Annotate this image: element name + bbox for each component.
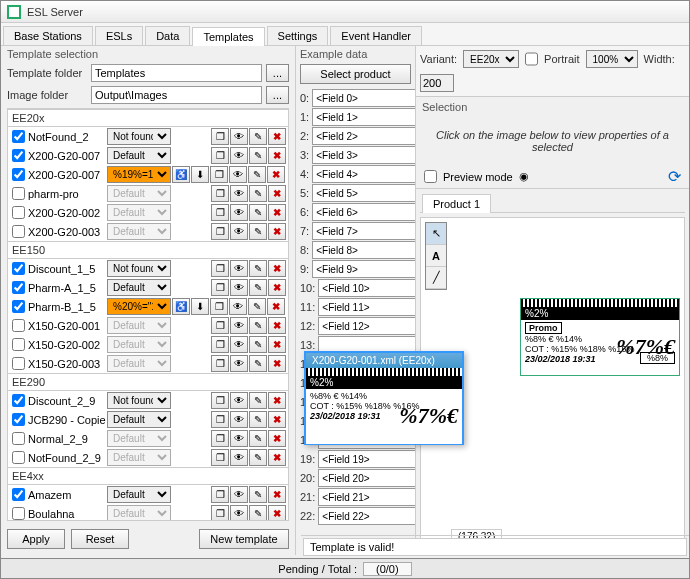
copy-icon[interactable]: ❐ [211, 505, 229, 521]
template-checkbox[interactable] [12, 168, 25, 181]
template-checkbox[interactable] [12, 338, 25, 351]
delete-icon[interactable]: ✖ [267, 298, 285, 315]
field-input[interactable] [312, 165, 415, 183]
move-down-icon[interactable]: ⬇ [191, 166, 209, 183]
eye-icon[interactable]: 👁 [230, 204, 248, 221]
image-folder-input[interactable] [91, 86, 262, 104]
edit-icon[interactable]: ✎ [249, 505, 267, 521]
eye-icon[interactable]: 👁 [230, 411, 248, 428]
delete-icon[interactable]: ✖ [268, 185, 286, 202]
apply-button[interactable]: Apply [7, 529, 65, 549]
copy-icon[interactable]: ❐ [210, 298, 228, 315]
template-checkbox[interactable] [12, 281, 25, 294]
delete-icon[interactable]: ✖ [268, 486, 286, 503]
tool-text-icon[interactable]: A [426, 245, 446, 267]
delete-icon[interactable]: ✖ [268, 128, 286, 145]
edit-icon[interactable]: ✎ [249, 279, 267, 296]
image-folder-browse-button[interactable]: ... [266, 86, 289, 104]
tab-base-stations[interactable]: Base Stations [3, 26, 93, 45]
delete-icon[interactable]: ✖ [268, 430, 286, 447]
edit-icon[interactable]: ✎ [249, 411, 267, 428]
zoom-select[interactable]: 100% [586, 50, 638, 68]
tab-event-handler[interactable]: Event Handler [330, 26, 422, 45]
delete-icon[interactable]: ✖ [268, 223, 286, 240]
delete-icon[interactable]: ✖ [268, 411, 286, 428]
edit-icon[interactable]: ✎ [249, 449, 267, 466]
edit-icon[interactable]: ✎ [248, 166, 266, 183]
copy-icon[interactable]: ❐ [211, 204, 229, 221]
field-input[interactable] [312, 184, 415, 202]
copy-icon[interactable]: ❐ [211, 392, 229, 409]
eye-icon[interactable]: 👁 [230, 223, 248, 240]
field-input[interactable] [318, 317, 415, 335]
template-condition-select[interactable]: Default [107, 147, 171, 164]
template-checkbox[interactable] [12, 451, 25, 464]
field-input[interactable] [312, 146, 415, 164]
field-input[interactable] [318, 507, 415, 525]
delete-icon[interactable]: ✖ [268, 260, 286, 277]
tab-data[interactable]: Data [145, 26, 190, 45]
field-input[interactable] [318, 469, 415, 487]
copy-icon[interactable]: ❐ [211, 223, 229, 240]
delete-icon[interactable]: ✖ [268, 147, 286, 164]
template-checkbox[interactable] [12, 319, 25, 332]
template-checkbox[interactable] [12, 187, 25, 200]
field-input[interactable] [312, 127, 415, 145]
delete-icon[interactable]: ✖ [268, 317, 286, 334]
delete-icon[interactable]: ✖ [268, 204, 286, 221]
copy-icon[interactable]: ❐ [211, 355, 229, 372]
edit-icon[interactable]: ✎ [249, 355, 267, 372]
delete-icon[interactable]: ✖ [267, 166, 285, 183]
template-condition-select[interactable]: Default [107, 411, 171, 428]
delete-icon[interactable]: ✖ [268, 279, 286, 296]
template-checkbox[interactable] [12, 507, 25, 520]
copy-icon[interactable]: ❐ [211, 336, 229, 353]
field-input[interactable] [318, 279, 415, 297]
template-checkbox[interactable] [12, 432, 25, 445]
copy-icon[interactable]: ❐ [211, 185, 229, 202]
eye-icon[interactable]: 👁 [230, 355, 248, 372]
variant-select[interactable]: EE20x [463, 50, 519, 68]
copy-icon[interactable]: ❐ [211, 486, 229, 503]
template-checkbox[interactable] [12, 300, 25, 313]
eye-icon[interactable]: 👁 [229, 166, 247, 183]
edit-icon[interactable]: ✎ [249, 204, 267, 221]
copy-icon[interactable]: ❐ [211, 128, 229, 145]
template-checkbox[interactable] [12, 488, 25, 501]
copy-icon[interactable]: ❐ [211, 147, 229, 164]
field-input[interactable] [312, 203, 415, 221]
tool-line-icon[interactable]: ╱ [426, 267, 446, 289]
template-checkbox[interactable] [12, 206, 25, 219]
template-checkbox[interactable] [12, 149, 25, 162]
preview-mode-checkbox[interactable] [424, 170, 437, 183]
copy-icon[interactable]: ❐ [211, 449, 229, 466]
delete-icon[interactable]: ✖ [268, 355, 286, 372]
fields-list[interactable]: 0:1:2:3:4:5:6:7:8:9:10:11:12:13:14:15:16… [296, 86, 415, 555]
eye-icon[interactable]: 👁 [230, 449, 248, 466]
eye-icon[interactable]: 👁 [229, 298, 247, 315]
edit-icon[interactable]: ✎ [249, 128, 267, 145]
edit-icon[interactable]: ✎ [249, 486, 267, 503]
edit-icon[interactable]: ✎ [249, 392, 267, 409]
eye-icon[interactable]: 👁 [230, 147, 248, 164]
delete-icon[interactable]: ✖ [268, 392, 286, 409]
template-condition-select[interactable]: Default [107, 486, 171, 503]
eye-icon[interactable]: 👁 [230, 392, 248, 409]
template-condition-select[interactable]: %20%="1" [107, 298, 171, 315]
refresh-icon[interactable]: ⟳ [668, 167, 681, 186]
template-list[interactable]: EE20xNotFound_2Not found❐👁✎✖X200-G20-007… [7, 108, 289, 521]
copy-icon[interactable]: ❐ [211, 411, 229, 428]
tab-esls[interactable]: ESLs [95, 26, 143, 45]
move-down-icon[interactable]: ⬇ [191, 298, 209, 315]
portrait-checkbox[interactable] [525, 50, 538, 68]
edit-icon[interactable]: ✎ [249, 336, 267, 353]
edit-icon[interactable]: ✎ [249, 430, 267, 447]
template-checkbox[interactable] [12, 262, 25, 275]
template-checkbox[interactable] [12, 394, 25, 407]
field-input[interactable] [312, 241, 415, 259]
tag-preview-2[interactable]: %2% Promo %7%€ %8% € %14% COT : %15% %18… [520, 298, 680, 376]
copy-icon[interactable]: ❐ [211, 260, 229, 277]
eye-icon[interactable]: 👁 [230, 317, 248, 334]
edit-icon[interactable]: ✎ [249, 317, 267, 334]
tab-templates[interactable]: Templates [192, 27, 264, 46]
